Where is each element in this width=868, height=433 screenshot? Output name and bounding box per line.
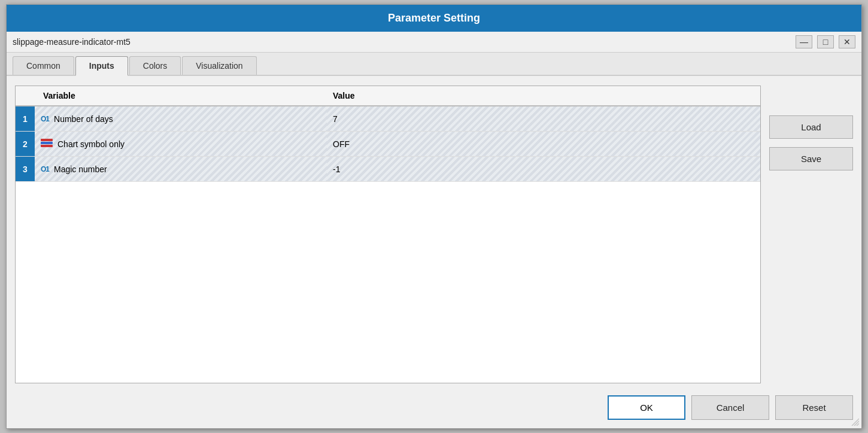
col-header-value: Value <box>333 91 754 100</box>
svg-rect-1 <box>41 142 53 144</box>
dialog-title: Parameter Setting <box>388 12 480 24</box>
window-title: slippage-measure-indicator-mt5 <box>13 37 796 47</box>
row-number-1: 1 <box>16 106 35 131</box>
dialog-window: Parameter Setting slippage-measure-indic… <box>6 4 862 429</box>
ok-button[interactable]: OK <box>608 395 685 420</box>
chrome-buttons: — □ ✕ <box>796 35 855 48</box>
row-value-3[interactable]: -1 <box>327 157 760 181</box>
row-number-2: 2 <box>16 132 35 156</box>
load-button[interactable]: Load <box>769 115 853 139</box>
tab-common[interactable]: Common <box>13 56 74 75</box>
variable-name-2: Chart symbol only <box>57 139 125 149</box>
save-button[interactable]: Save <box>769 147 853 170</box>
row-value-2[interactable]: OFF <box>327 132 760 156</box>
row-number-3: 3 <box>16 157 35 181</box>
resize-handle[interactable] <box>851 417 859 426</box>
bottom-bar: OK Cancel Reset <box>7 389 861 428</box>
variable-name-1: Number of days <box>54 114 113 124</box>
window-chrome: slippage-measure-indicator-mt5 — □ ✕ <box>7 32 861 53</box>
svg-line-4 <box>854 421 859 426</box>
table-body: 1 O1 Number of days 7 2 <box>16 106 760 383</box>
table-row[interactable]: 1 O1 Number of days 7 <box>16 106 760 132</box>
row-variable-1: O1 Number of days <box>35 106 327 131</box>
svg-rect-2 <box>41 145 53 147</box>
reset-button[interactable]: Reset <box>775 395 853 420</box>
enum-icon <box>41 139 53 149</box>
minimize-button[interactable]: — <box>796 35 812 48</box>
tabs-bar: Common Inputs Colors Visualization <box>7 53 861 76</box>
tab-inputs[interactable]: Inputs <box>75 56 128 76</box>
type-icon-1: O1 <box>41 115 49 123</box>
row-variable-2: Chart symbol only <box>35 132 327 156</box>
cancel-button[interactable]: Cancel <box>691 395 769 420</box>
table-row[interactable]: 2 Chart symbol only OFF <box>16 132 760 157</box>
table-header: Variable Value <box>16 86 760 106</box>
variable-name-3: Magic number <box>54 164 107 174</box>
side-buttons: Load Save <box>769 86 853 383</box>
close-button[interactable]: ✕ <box>839 35 855 48</box>
title-bar: Parameter Setting <box>7 5 861 32</box>
row-value-1[interactable]: 7 <box>327 106 760 131</box>
row-variable-3: O1 Magic number <box>35 157 327 181</box>
parameters-table: Variable Value 1 O1 Number of days 7 2 <box>15 86 761 383</box>
col-header-variable: Variable <box>22 91 333 100</box>
svg-rect-0 <box>41 139 53 141</box>
tab-colors[interactable]: Colors <box>129 56 181 75</box>
type-icon-3: O1 <box>41 165 49 173</box>
table-row[interactable]: 3 O1 Magic number -1 <box>16 157 760 182</box>
maximize-button[interactable]: □ <box>817 35 834 48</box>
content-area: Variable Value 1 O1 Number of days 7 2 <box>7 76 861 389</box>
tab-visualization[interactable]: Visualization <box>182 56 256 75</box>
svg-line-5 <box>857 423 859 426</box>
